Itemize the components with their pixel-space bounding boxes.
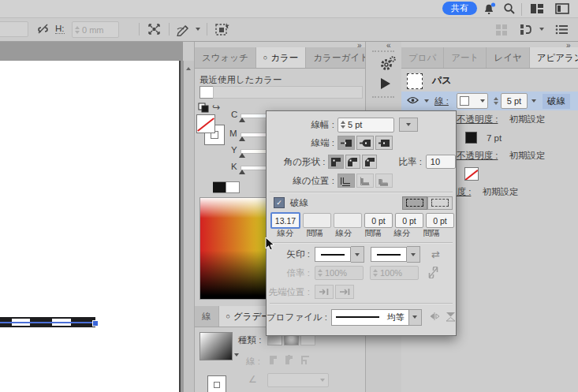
tab-swatches[interactable]: スウォッチ xyxy=(195,47,256,68)
gradient-thumbnail[interactable] xyxy=(200,332,233,360)
projecting-cap-button[interactable] xyxy=(375,136,393,150)
align-stroke-center-button[interactable] xyxy=(337,174,355,188)
canvas-scrollbar[interactable] xyxy=(183,61,195,392)
default-fill-stroke-icon[interactable] xyxy=(198,103,209,114)
dashed-line-artwork[interactable] xyxy=(0,317,95,327)
align-stroke-inside-button[interactable] xyxy=(356,174,374,188)
miter-join-button[interactable] xyxy=(328,155,343,169)
height-label[interactable]: H: xyxy=(55,24,65,34)
arrowhead-end-chevron-icon[interactable] xyxy=(407,246,420,263)
gradient-stroke-within-icon[interactable] xyxy=(267,353,281,368)
stroke-width-chevron-icon[interactable] xyxy=(531,99,536,103)
gather-to-center-icon[interactable] xyxy=(147,22,162,38)
gradient-angle-field[interactable] xyxy=(267,373,329,387)
snap-options-icon[interactable] xyxy=(519,23,533,38)
arrowhead-start-chevron-icon[interactable] xyxy=(351,246,364,263)
tab-layers[interactable]: レイヤ xyxy=(487,47,529,68)
tip-at-end-button[interactable] xyxy=(335,285,354,299)
dash-field-1[interactable]: 13.17 xyxy=(270,212,300,229)
recent-color-swatch[interactable] xyxy=(200,86,214,99)
actions-play-icon[interactable] xyxy=(381,78,390,89)
appearance-stroke-row[interactable]: 線 : 5 pt 破線 xyxy=(401,91,578,110)
miter-limit-field[interactable]: 10 xyxy=(426,155,456,169)
tab-appearance[interactable]: アピアランス xyxy=(530,47,578,68)
stroke-link-label[interactable]: 線 : xyxy=(434,95,449,107)
dash-field-3[interactable]: 0 pt xyxy=(395,213,423,228)
fill-none-swatch[interactable] xyxy=(464,167,479,181)
flip-across-icon[interactable] xyxy=(446,312,456,323)
properties-list-icon[interactable] xyxy=(555,24,569,36)
asset-export-gear-icon[interactable] xyxy=(378,54,397,75)
stroke2-color-swatch[interactable] xyxy=(465,132,477,144)
gap-field-3[interactable]: 0 pt xyxy=(426,213,454,228)
panel-grip[interactable] xyxy=(372,96,394,98)
tab-color[interactable]: ○カラー xyxy=(256,47,306,68)
flip-along-icon[interactable] xyxy=(430,312,441,323)
fill-proxy-none[interactable] xyxy=(196,114,215,133)
artboard[interactable] xyxy=(0,61,180,392)
gradient-stroke-along-icon[interactable] xyxy=(283,353,296,368)
unlink-dimensions-icon[interactable] xyxy=(36,22,50,37)
preserve-dash-button[interactable] xyxy=(402,196,427,210)
link-scale-off-icon[interactable] xyxy=(428,267,438,280)
expand-row-chevron-icon[interactable] xyxy=(424,99,429,103)
arrowhead-start-dropdown[interactable] xyxy=(315,247,351,262)
search-icon[interactable] xyxy=(503,2,516,17)
swap-fill-stroke-icon[interactable]: ↩ xyxy=(212,102,220,113)
gradient-stroke-proxy[interactable] xyxy=(207,375,226,392)
tip-beyond-end-button[interactable] xyxy=(315,285,334,299)
gradient-stroke-across-icon[interactable] xyxy=(299,353,312,368)
visibility-eye-icon[interactable] xyxy=(407,96,419,106)
stroke-width-stepper[interactable] xyxy=(491,97,501,105)
scroll-up-icon[interactable] xyxy=(186,67,191,70)
gap-field-2[interactable]: 0 pt xyxy=(364,213,393,228)
arrowhead-end-dropdown[interactable] xyxy=(371,247,407,262)
anchor-point[interactable] xyxy=(92,320,99,327)
shaper-tool-chevron-icon[interactable] xyxy=(196,28,200,31)
popup-stroke-width-field[interactable]: 5 pt xyxy=(337,118,394,133)
tab-properties[interactable]: プロパ xyxy=(401,47,444,68)
dashed-line-checkbox[interactable]: ✓ xyxy=(274,197,285,208)
shaper-tool-icon[interactable] xyxy=(176,22,192,38)
arrow-scale-start-field[interactable]: 100% xyxy=(315,266,364,280)
round-cap-button[interactable] xyxy=(356,136,374,150)
profile-chevron-icon[interactable] xyxy=(409,309,422,326)
width-profile-dropdown[interactable]: 均等 xyxy=(331,309,409,326)
height-field[interactable]: 0 mm xyxy=(72,21,119,38)
dashed-stroke-badge[interactable]: 破線 xyxy=(543,94,570,109)
align-stroke-outside-button[interactable] xyxy=(375,174,393,188)
black-slider-handle[interactable] xyxy=(239,170,245,174)
popup-width-dropdown-icon[interactable] xyxy=(399,118,418,132)
align-dash-corners-button[interactable] xyxy=(427,196,453,210)
dock-expand-icon[interactable]: « xyxy=(386,41,390,50)
tab-artboards[interactable]: アート xyxy=(444,47,487,68)
width-field-partial[interactable] xyxy=(0,21,28,37)
magenta-slider-handle[interactable] xyxy=(239,136,245,141)
gradient-thumbnail-chevron-icon[interactable] xyxy=(234,353,239,357)
butt-cap-button[interactable] xyxy=(337,136,355,150)
black-swatch[interactable] xyxy=(213,181,226,193)
cyan-slider-handle[interactable] xyxy=(239,118,245,122)
dash-field-2[interactable] xyxy=(334,213,362,228)
notifications-bell-icon[interactable] xyxy=(482,2,496,16)
stroke-width-field[interactable]: 5 pt xyxy=(501,93,528,109)
panel-grip[interactable] xyxy=(372,50,394,52)
tab-stroke-panel[interactable]: 線 xyxy=(195,306,219,327)
arrange-documents-icon[interactable] xyxy=(530,3,544,16)
opacity-link-label[interactable]: 不透明度 : xyxy=(457,114,498,125)
yellow-slider-handle[interactable] xyxy=(239,153,245,158)
workspace-layout-icon[interactable] xyxy=(555,3,569,16)
canvas-area[interactable] xyxy=(0,42,183,392)
grid-view-icon[interactable] xyxy=(495,24,508,38)
arrow-scale-end-field[interactable]: 100% xyxy=(370,266,419,280)
stroke-color-dropdown[interactable] xyxy=(457,93,488,109)
isolate-selection-icon[interactable] xyxy=(214,21,230,38)
swap-arrowheads-icon[interactable]: ⇄ xyxy=(431,248,440,260)
height-stepper[interactable] xyxy=(73,26,82,34)
share-button[interactable]: 共有 xyxy=(442,2,477,15)
opacity-link-label[interactable]: 不透明度 : xyxy=(457,150,498,162)
round-join-button[interactable] xyxy=(345,155,360,169)
white-swatch[interactable] xyxy=(226,181,240,193)
snap-options-chevron-icon[interactable] xyxy=(539,28,544,31)
popup-width-stepper[interactable] xyxy=(338,121,348,129)
